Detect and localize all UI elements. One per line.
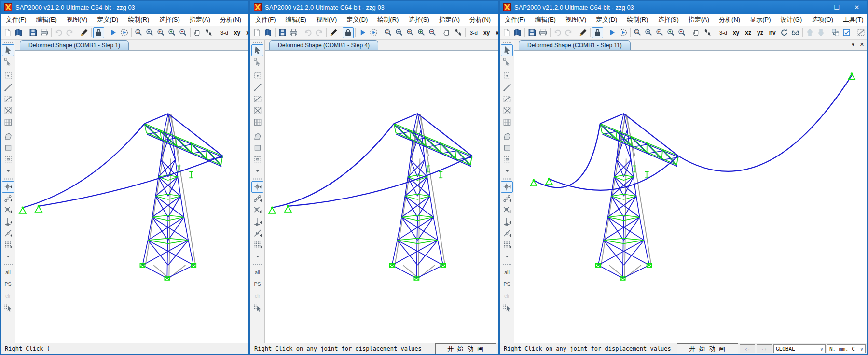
intersecting-line-select-icon[interactable] [501, 301, 513, 313]
menu-edit[interactable]: 编辑(E) [530, 15, 561, 24]
menu-view[interactable]: 视图(V) [561, 15, 591, 24]
walk-through-icon[interactable] [453, 27, 464, 38]
select-arrow-icon[interactable] [251, 44, 263, 56]
model-canvas[interactable] [265, 51, 498, 343]
run-animation-icon[interactable] [368, 27, 379, 38]
lock-model-icon[interactable] [93, 27, 104, 38]
pen-icon[interactable] [79, 27, 90, 38]
snap-to-lines-icon[interactable] [251, 227, 263, 239]
zoom-out-icon[interactable] [676, 27, 688, 38]
draw-frame-icon[interactable] [501, 82, 513, 93]
select-reshape-icon[interactable] [501, 56, 513, 68]
model-canvas[interactable] [15, 51, 248, 343]
save-icon[interactable] [28, 27, 39, 38]
quick-draw-frame-icon[interactable] [2, 93, 14, 105]
perspective-toggle-icon[interactable] [790, 27, 801, 38]
select-all-button[interactable]: all [501, 267, 513, 278]
menu-draw[interactable]: 绘制(R) [372, 15, 403, 24]
restore-full-view-icon[interactable] [643, 27, 654, 38]
menu-view[interactable]: 视图(V) [62, 15, 92, 24]
quick-draw-area-icon[interactable] [501, 154, 513, 165]
previous-zoom-icon[interactable] [155, 27, 166, 38]
previous-selection-button[interactable]: PS [251, 278, 263, 290]
save-icon[interactable] [277, 27, 288, 38]
draw-special-joint-icon[interactable] [501, 70, 513, 82]
select-all-button[interactable]: all [2, 267, 14, 278]
zoom-out-icon[interactable] [427, 27, 438, 38]
next-step-button[interactable]: ⇨ [757, 344, 772, 353]
new-model-icon[interactable] [2, 27, 13, 38]
rubber-band-zoom-icon[interactable] [133, 27, 144, 38]
snap-to-grid-icon[interactable] [251, 239, 263, 251]
snap-to-perpendicular-icon[interactable] [501, 216, 513, 227]
draw-special-joint-icon[interactable] [251, 70, 263, 82]
run-analysis-icon[interactable] [606, 27, 618, 38]
view-xz-button[interactable]: xz [742, 27, 754, 38]
menu-edit[interactable]: 编辑(E) [281, 15, 311, 24]
zoom-out-icon[interactable] [178, 27, 189, 38]
view-tab[interactable]: Deformed Shape (COMB1 - Step 1) [20, 40, 129, 50]
menu-display[interactable]: 显示(P) [246, 15, 248, 24]
view-xy-button[interactable]: xy [231, 27, 243, 38]
more-snap-tools-icon[interactable] [2, 251, 14, 262]
quick-draw-area-icon[interactable] [251, 154, 263, 165]
print-icon[interactable] [537, 27, 549, 38]
run-animation-icon[interactable] [618, 27, 629, 38]
select-all-button[interactable]: all [251, 267, 263, 278]
view-xz-button[interactable]: xz [243, 27, 248, 38]
more-draw-tools-icon[interactable] [2, 165, 14, 177]
select-arrow-icon[interactable] [2, 44, 14, 56]
walk-through-icon[interactable] [702, 27, 713, 38]
quick-draw-secondary-beams-icon[interactable] [501, 116, 513, 128]
print-icon[interactable] [288, 27, 299, 38]
snap-to-intersections-icon[interactable] [251, 204, 263, 216]
restore-full-view-icon[interactable] [144, 27, 155, 38]
snap-to-joints-icon[interactable] [251, 181, 263, 193]
snap-to-intersections-icon[interactable] [501, 204, 513, 216]
snap-to-intersections-icon[interactable] [2, 204, 14, 216]
menu-analyze[interactable]: 分析(N) [714, 15, 745, 24]
more-draw-tools-icon[interactable] [501, 165, 513, 177]
quick-draw-frame-icon[interactable] [501, 93, 513, 105]
menu-tools[interactable]: 工具(T) [838, 15, 867, 24]
pan-icon[interactable] [192, 27, 203, 38]
draw-rect-area-icon[interactable] [251, 142, 263, 154]
rotate-view-icon[interactable] [779, 27, 790, 38]
lock-model-icon[interactable] [592, 27, 603, 38]
snap-to-lines-icon[interactable] [501, 227, 513, 239]
previous-step-button[interactable]: ⇦ [740, 344, 755, 353]
previous-selection-button[interactable]: PS [2, 278, 14, 290]
zoom-in-icon[interactable] [166, 27, 178, 38]
view-nv-button[interactable]: nv [766, 27, 779, 38]
menu-define[interactable]: 定义(D) [591, 15, 622, 24]
view-xy-button[interactable]: xy [481, 27, 493, 38]
rubber-band-zoom-icon[interactable] [383, 27, 394, 38]
menu-file[interactable]: 文件(F) [1, 15, 31, 24]
menu-display[interactable]: 显示(P) [496, 15, 498, 24]
show-undeformed-shape-icon[interactable] [855, 27, 867, 38]
minimize-button[interactable]: — [806, 1, 827, 14]
new-model-icon[interactable] [501, 27, 512, 38]
menu-analyze[interactable]: 分析(N) [215, 15, 246, 24]
menu-define[interactable]: 定义(D) [92, 15, 123, 24]
draw-poly-area-icon[interactable] [501, 130, 513, 142]
new-model-icon[interactable] [251, 27, 262, 38]
menu-edit[interactable]: 编辑(E) [31, 15, 62, 24]
pen-icon[interactable] [578, 27, 589, 38]
view-yz-button[interactable]: yz [754, 27, 766, 38]
intersecting-line-select-icon[interactable] [2, 301, 14, 313]
menu-design[interactable]: 设计(G) [775, 15, 807, 24]
draw-frame-icon[interactable] [2, 82, 14, 93]
menu-file[interactable]: 文件(F) [250, 15, 281, 24]
select-reshape-icon[interactable] [251, 56, 263, 68]
menu-assign[interactable]: 指定(A) [684, 15, 714, 24]
open-file-icon[interactable] [512, 27, 523, 38]
menu-assign[interactable]: 指定(A) [434, 15, 465, 24]
snap-to-joints-icon[interactable] [501, 181, 513, 193]
draw-rect-area-icon[interactable] [501, 142, 513, 154]
draw-rect-area-icon[interactable] [2, 142, 14, 154]
draw-poly-area-icon[interactable] [251, 130, 263, 142]
view-3d-button[interactable]: 3-d [218, 27, 231, 38]
coordinate-system-select[interactable]: GLOBAL ∨ [773, 344, 826, 353]
menu-display[interactable]: 显示(P) [745, 15, 775, 24]
